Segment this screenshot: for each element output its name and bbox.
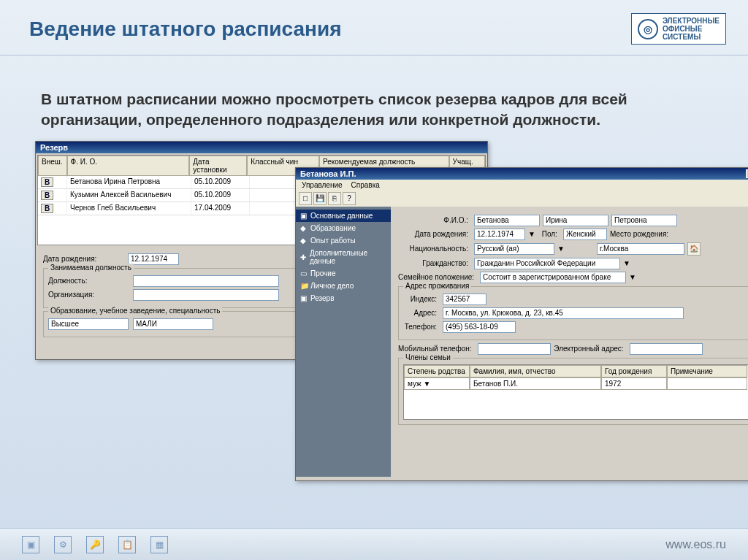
email-field[interactable] — [630, 343, 703, 355]
sidebar-item[interactable]: ▣Основные данные — [296, 210, 391, 222]
footer-icon: ▣ — [22, 536, 39, 553]
family-grid[interactable]: Степень родства Фамилия, имя, отчество Г… — [403, 364, 748, 420]
menu-item[interactable]: Справка — [351, 181, 380, 189]
sidebar-item[interactable]: ▭Прочие — [296, 267, 391, 280]
marital-field[interactable]: Состоит в зарегистрированном браке — [480, 272, 626, 283]
phone-field[interactable]: (495) 563-18-09 — [443, 321, 516, 333]
midname-field[interactable]: Петровна — [611, 215, 677, 226]
citizenship-field[interactable]: Гражданин Российской Федерации — [474, 258, 620, 269]
company-logo: ◎ ЭЛЕКТРОННЫЕ ОФИСНЫЕ СИСТЕМЫ — [631, 13, 726, 45]
table-row[interactable]: муж ▼ Бетанов П.И. 1972 — [404, 377, 748, 390]
sidebar-item[interactable]: ◆Опыт работы — [296, 234, 391, 247]
sidebar-item[interactable]: ◆Образование — [296, 222, 391, 234]
birth-field[interactable]: 12.12.1974 — [128, 253, 179, 265]
sidebar-item[interactable]: ✚Дополнительные данные — [296, 247, 391, 267]
footer-icon: 🔑 — [86, 536, 104, 553]
sex-field[interactable]: Женский — [563, 229, 607, 240]
menu-item[interactable]: Управление — [302, 181, 343, 189]
new-icon[interactable]: □ — [299, 192, 312, 205]
home-icon[interactable]: 🏠 — [687, 242, 701, 256]
slide-title: Ведение штатного расписания — [29, 18, 341, 41]
footer-url: www.eos.ru — [665, 538, 726, 551]
slide-body: В штатном расписании можно просмотреть с… — [0, 55, 748, 137]
nationality-field[interactable]: Русский (ая) — [474, 243, 554, 255]
firstname-field[interactable]: Ирина — [543, 215, 608, 226]
tool-icon[interactable]: ⎘ — [328, 192, 341, 205]
mobile-field[interactable] — [478, 343, 551, 355]
footer-icon: ⚙ — [54, 536, 72, 553]
footer-icon: 📋 — [118, 536, 136, 553]
birthdate-field[interactable]: 12.12.1974 — [474, 229, 525, 240]
sidebar-item[interactable]: 📁Личное дело — [296, 280, 391, 292]
window-title: Бетанова И.П. — [300, 169, 356, 178]
footer-icon: ▦ — [150, 536, 168, 553]
person-window: Бетанова И.П. _ □ × Управление Справка □… — [295, 167, 748, 481]
index-field[interactable]: 342567 — [443, 294, 486, 305]
window-title: Резерв — [36, 142, 487, 153]
sidebar-item[interactable]: ▣Резерв — [296, 292, 391, 304]
tool-icon[interactable]: ? — [343, 192, 356, 205]
sidebar: ▣Основные данные ◆Образование ◆Опыт рабо… — [296, 207, 391, 477]
lastname-field[interactable]: Бетанова — [474, 215, 540, 226]
birthplace-field[interactable]: г.Москва — [597, 243, 684, 255]
address-field[interactable]: г. Москва, ул. Крюкова, д. 23, кв.45 — [443, 307, 684, 319]
save-icon[interactable]: 💾 — [313, 192, 327, 205]
